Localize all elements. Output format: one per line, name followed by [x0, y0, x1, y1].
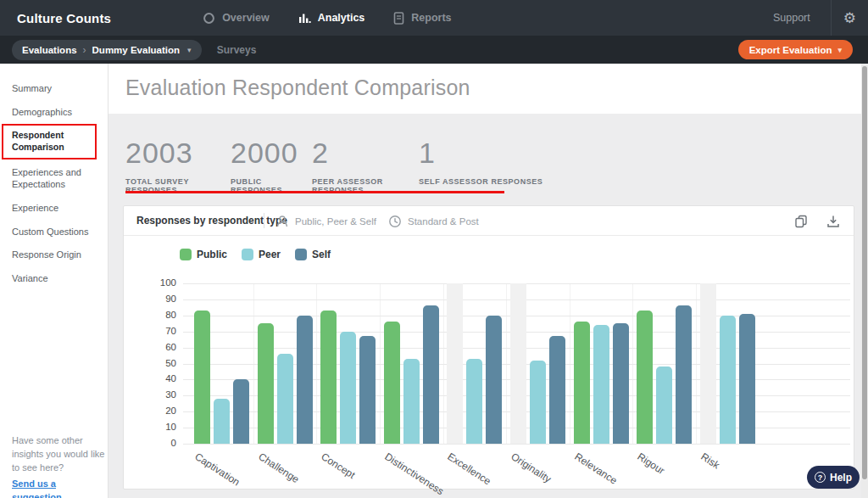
sidebar-item-response-origin[interactable]: Response Origin — [12, 249, 100, 261]
bar-peer-rigour[interactable] — [656, 367, 672, 444]
breadcrumb[interactable]: Evaluations › Dummy Evaluation ▾ — [12, 40, 202, 60]
export-evaluation-label: Export Evaluation — [749, 45, 832, 55]
bar-peer-challenge[interactable] — [277, 354, 293, 444]
sidebar-item-label: Experiences and Expectations — [12, 166, 100, 191]
y-axis-tick-label: 80 — [141, 310, 176, 320]
bar-peer-captivation[interactable] — [214, 399, 230, 444]
red-annotation-underline — [125, 191, 504, 193]
nav-item-reports[interactable]: Reports — [393, 12, 451, 25]
bar-peer-originality[interactable] — [530, 361, 546, 444]
brand-logo: Culture Counts — [17, 11, 111, 25]
missing-value-placeholder — [700, 283, 716, 444]
bar-public-concept[interactable] — [320, 311, 337, 444]
stat-block: 2000PUBLIC RESPONSES — [231, 138, 312, 194]
nav-item-label: Analytics — [318, 12, 365, 24]
sidebar-item-respondent-comparison[interactable]: Respondent Comparison — [2, 124, 97, 159]
chevron-down-icon: ▾ — [187, 46, 192, 54]
bar-self-risk[interactable] — [739, 314, 755, 444]
sidebar-item-label: Respondent Comparison — [12, 130, 90, 154]
sidebar-list: SummaryDemographicsRespondent Comparison… — [12, 82, 108, 284]
app-window: Culture Counts Overview Analytics — [0, 0, 868, 498]
chevron-down-icon: ▾ — [837, 46, 842, 54]
bar-peer-risk[interactable] — [720, 316, 736, 444]
bar-peer-relevance[interactable] — [593, 325, 609, 444]
question-mark-icon: ? — [815, 472, 826, 483]
sidebar: SummaryDemographicsRespondent Comparison… — [0, 64, 108, 498]
bar-peer-concept[interactable] — [340, 332, 356, 444]
x-axis-category-label: Relevance — [572, 450, 619, 487]
y-axis-tick-label: 0 — [141, 438, 176, 448]
y-axis-tick-label: 40 — [141, 373, 176, 383]
sidebar-footer-note: Have some other insights you would like … — [12, 434, 105, 475]
title-band: Evaluation Respondent Comparison — [108, 64, 861, 114]
y-axis-tick-label: 100 — [141, 277, 176, 288]
x-axis-category-label: Concept — [320, 450, 358, 481]
stat-label: SELF ASSESSOR RESPONSES — [419, 177, 542, 186]
help-button[interactable]: ? Help — [807, 466, 860, 489]
sidebar-item-demographics[interactable]: Demographics — [12, 106, 100, 119]
bar-self-excellence[interactable] — [486, 316, 502, 444]
bar-self-challenge[interactable] — [297, 316, 313, 444]
bar-self-captivation[interactable] — [233, 379, 249, 444]
bar-peer-excellence[interactable] — [466, 359, 482, 444]
y-axis-tick-label: 10 — [141, 422, 176, 432]
x-axis-category-label: Captivation — [192, 450, 242, 488]
nav-item-overview[interactable]: Overview — [203, 12, 270, 25]
sidebar-item-custom-questions[interactable]: Custom Questions — [12, 226, 100, 238]
bar-public-rigour[interactable] — [637, 311, 653, 444]
breadcrumb-root[interactable]: Evaluations — [22, 45, 77, 55]
y-axis-tick-label: 90 — [141, 294, 176, 304]
sidebar-item-label: Variance — [12, 272, 100, 285]
nav-item-analytics[interactable]: Analytics — [298, 12, 365, 25]
nav-item-label: Overview — [222, 12, 270, 24]
x-axis-category-label: Rigour — [636, 450, 667, 477]
breadcrumb-current[interactable]: Dummy Evaluation — [92, 45, 181, 55]
bar-public-relevance[interactable] — [574, 322, 590, 444]
sidebar-item-label: Custom Questions — [12, 226, 100, 238]
nav-items: Overview Analytics — [203, 12, 480, 25]
breadcrumb-separator-icon: › — [83, 44, 86, 56]
chart-card: Responses by respondent type Public, Pee… — [123, 205, 854, 490]
export-evaluation-button[interactable]: Export Evaluation ▾ — [738, 40, 853, 59]
y-gridline — [183, 444, 850, 445]
sidebar-item-summary[interactable]: Summary — [12, 82, 100, 95]
main-content: Evaluation Respondent Comparison 2003TOT… — [108, 64, 861, 498]
document-icon — [393, 12, 404, 25]
bar-self-concept[interactable] — [359, 336, 376, 444]
x-axis-category-label: Challenge — [256, 450, 301, 485]
overview-ring-icon — [203, 12, 215, 25]
bar-self-relevance[interactable] — [613, 323, 629, 444]
bar-public-captivation[interactable] — [194, 311, 210, 444]
sidebar-item-experiences-and-expectations[interactable]: Experiences and Expectations — [12, 166, 100, 191]
sidebar-item-label: Summary — [12, 82, 100, 95]
stat-value: 2 — [312, 138, 419, 167]
stat-value: 2000 — [231, 138, 312, 167]
nav-item-label: Reports — [411, 12, 451, 24]
x-axis-category-label: Originality — [509, 450, 553, 485]
sub-navbar: Evaluations › Dummy Evaluation ▾ Surveys… — [0, 36, 868, 64]
suggestion-link[interactable]: Send us a suggestion — [12, 478, 105, 498]
bar-self-rigour[interactable] — [676, 305, 692, 444]
sidebar-item-label: Response Origin — [12, 249, 100, 261]
top-navbar: Culture Counts Overview Analytics — [0, 0, 868, 36]
sidebar-item-label: Experience — [12, 202, 100, 215]
support-link[interactable]: Support — [773, 12, 810, 24]
y-axis-tick-label: 20 — [141, 406, 176, 416]
bar-peer-distinctiveness[interactable] — [403, 359, 420, 444]
y-axis-tick-label: 70 — [141, 326, 176, 336]
bar-self-originality[interactable] — [549, 336, 565, 444]
sidebar-item-experience[interactable]: Experience — [12, 202, 100, 215]
tab-surveys[interactable]: Surveys — [217, 44, 257, 56]
gear-icon[interactable]: ⚙ — [832, 9, 868, 27]
stats-row: 2003TOTAL SURVEY RESPONSES2000PUBLIC RES… — [125, 138, 542, 194]
bar-public-challenge[interactable] — [258, 323, 274, 444]
missing-value-placeholder — [447, 283, 463, 444]
bar-public-distinctiveness[interactable] — [384, 322, 400, 444]
nav-right: Support ⚙ — [773, 0, 868, 36]
y-axis-tick-label: 60 — [141, 342, 176, 352]
x-axis-category-label: Excellence — [446, 450, 493, 487]
vertical-scrollbar-thumb[interactable] — [862, 66, 867, 479]
bar-self-distinctiveness[interactable] — [423, 305, 439, 444]
stat-block: 2003TOTAL SURVEY RESPONSES — [125, 138, 231, 194]
sidebar-item-variance[interactable]: Variance — [12, 272, 100, 285]
